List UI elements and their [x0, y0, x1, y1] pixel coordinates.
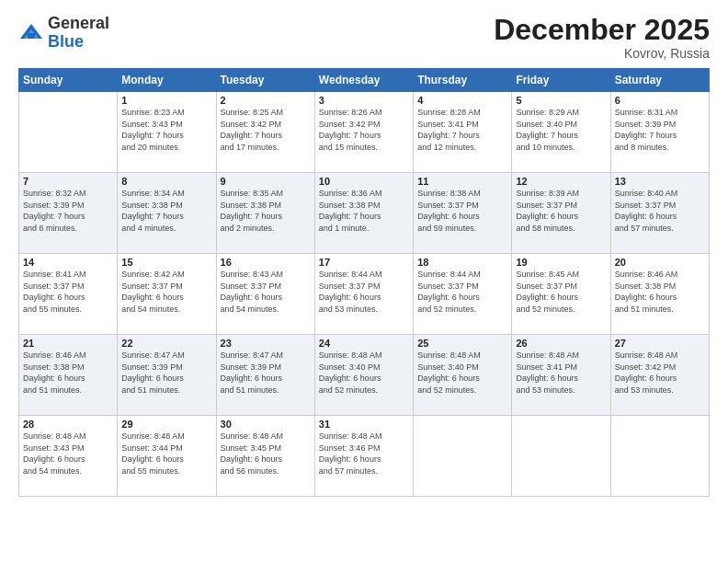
calendar-cell: 16Sunrise: 8:43 AMSunset: 3:37 PMDayligh…	[216, 254, 314, 335]
day-number: 5	[516, 95, 606, 106]
day-info: Sunrise: 8:43 AMSunset: 3:37 PMDaylight:…	[221, 269, 311, 315]
calendar-cell: 28Sunrise: 8:48 AMSunset: 3:43 PMDayligh…	[19, 416, 118, 497]
calendar-cell: 22Sunrise: 8:47 AMSunset: 3:39 PMDayligh…	[118, 335, 216, 416]
svg-rect-3	[28, 33, 35, 39]
day-number: 19	[516, 257, 606, 268]
day-info: Sunrise: 8:29 AMSunset: 3:40 PMDaylight:…	[516, 107, 606, 153]
header-wednesday: Wednesday	[314, 69, 413, 92]
day-number: 20	[615, 257, 705, 268]
calendar-cell: 12Sunrise: 8:39 AMSunset: 3:37 PMDayligh…	[512, 173, 610, 254]
day-info: Sunrise: 8:31 AMSunset: 3:39 PMDaylight:…	[615, 107, 705, 153]
calendar-cell: 26Sunrise: 8:48 AMSunset: 3:41 PMDayligh…	[512, 335, 610, 416]
day-number: 16	[221, 257, 311, 268]
day-number: 29	[121, 419, 211, 430]
header-monday: Monday	[118, 69, 216, 92]
day-info: Sunrise: 8:41 AMSunset: 3:37 PMDaylight:…	[23, 269, 113, 315]
day-info: Sunrise: 8:26 AMSunset: 3:42 PMDaylight:…	[319, 107, 409, 153]
day-info: Sunrise: 8:34 AMSunset: 3:38 PMDaylight:…	[121, 188, 211, 234]
day-info: Sunrise: 8:40 AMSunset: 3:37 PMDaylight:…	[615, 188, 705, 234]
logo: General Blue	[18, 15, 109, 52]
calendar-week-row: 21Sunrise: 8:46 AMSunset: 3:38 PMDayligh…	[19, 335, 710, 416]
day-number: 11	[417, 176, 507, 187]
calendar-cell: 30Sunrise: 8:48 AMSunset: 3:45 PMDayligh…	[216, 416, 314, 497]
day-number: 14	[23, 257, 113, 268]
calendar: Sunday Monday Tuesday Wednesday Thursday…	[18, 68, 710, 497]
calendar-cell: 19Sunrise: 8:45 AMSunset: 3:37 PMDayligh…	[512, 254, 610, 335]
header-sunday: Sunday	[19, 69, 118, 92]
day-number: 23	[221, 338, 311, 349]
calendar-cell	[512, 416, 610, 497]
calendar-cell: 21Sunrise: 8:46 AMSunset: 3:38 PMDayligh…	[19, 335, 118, 416]
day-number: 2	[221, 95, 311, 106]
logo-icon	[18, 20, 44, 46]
calendar-cell: 9Sunrise: 8:35 AMSunset: 3:38 PMDaylight…	[216, 173, 314, 254]
calendar-week-row: 7Sunrise: 8:32 AMSunset: 3:39 PMDaylight…	[19, 173, 710, 254]
calendar-cell: 4Sunrise: 8:28 AMSunset: 3:41 PMDaylight…	[414, 92, 512, 173]
header-thursday: Thursday	[414, 69, 512, 92]
day-info: Sunrise: 8:44 AMSunset: 3:37 PMDaylight:…	[319, 269, 409, 315]
day-info: Sunrise: 8:36 AMSunset: 3:38 PMDaylight:…	[319, 188, 409, 234]
day-info: Sunrise: 8:48 AMSunset: 3:40 PMDaylight:…	[417, 350, 507, 396]
day-info: Sunrise: 8:48 AMSunset: 3:46 PMDaylight:…	[319, 431, 409, 477]
day-info: Sunrise: 8:42 AMSunset: 3:37 PMDaylight:…	[121, 269, 211, 315]
calendar-cell: 2Sunrise: 8:25 AMSunset: 3:42 PMDaylight…	[216, 92, 314, 173]
day-number: 27	[615, 338, 705, 349]
day-info: Sunrise: 8:46 AMSunset: 3:38 PMDaylight:…	[23, 350, 113, 396]
day-number: 7	[23, 176, 113, 187]
header-tuesday: Tuesday	[216, 69, 314, 92]
calendar-cell: 24Sunrise: 8:48 AMSunset: 3:40 PMDayligh…	[314, 335, 413, 416]
calendar-cell: 25Sunrise: 8:48 AMSunset: 3:40 PMDayligh…	[414, 335, 512, 416]
calendar-cell: 13Sunrise: 8:40 AMSunset: 3:37 PMDayligh…	[610, 173, 709, 254]
day-number: 28	[23, 419, 113, 430]
day-info: Sunrise: 8:23 AMSunset: 3:43 PMDaylight:…	[121, 107, 211, 153]
day-info: Sunrise: 8:48 AMSunset: 3:44 PMDaylight:…	[121, 431, 211, 477]
calendar-week-row: 1Sunrise: 8:23 AMSunset: 3:43 PMDaylight…	[19, 92, 710, 173]
day-number: 12	[516, 176, 606, 187]
calendar-cell: 23Sunrise: 8:47 AMSunset: 3:39 PMDayligh…	[216, 335, 314, 416]
day-info: Sunrise: 8:48 AMSunset: 3:40 PMDaylight:…	[319, 350, 409, 396]
day-info: Sunrise: 8:38 AMSunset: 3:37 PMDaylight:…	[417, 188, 507, 234]
logo-blue-text: Blue	[48, 33, 109, 52]
calendar-cell: 29Sunrise: 8:48 AMSunset: 3:44 PMDayligh…	[118, 416, 216, 497]
day-number: 22	[121, 338, 211, 349]
day-info: Sunrise: 8:48 AMSunset: 3:43 PMDaylight:…	[23, 431, 113, 477]
day-info: Sunrise: 8:46 AMSunset: 3:38 PMDaylight:…	[615, 269, 705, 315]
calendar-week-row: 14Sunrise: 8:41 AMSunset: 3:37 PMDayligh…	[19, 254, 710, 335]
calendar-cell: 5Sunrise: 8:29 AMSunset: 3:40 PMDaylight…	[512, 92, 610, 173]
day-number: 9	[221, 176, 311, 187]
day-info: Sunrise: 8:45 AMSunset: 3:37 PMDaylight:…	[516, 269, 606, 315]
day-number: 3	[319, 95, 409, 106]
day-info: Sunrise: 8:47 AMSunset: 3:39 PMDaylight:…	[121, 350, 211, 396]
calendar-cell: 15Sunrise: 8:42 AMSunset: 3:37 PMDayligh…	[118, 254, 216, 335]
day-info: Sunrise: 8:48 AMSunset: 3:42 PMDaylight:…	[615, 350, 705, 396]
day-number: 21	[23, 338, 113, 349]
day-number: 17	[319, 257, 409, 268]
day-number: 30	[221, 419, 311, 430]
day-number: 8	[121, 176, 211, 187]
calendar-cell: 18Sunrise: 8:44 AMSunset: 3:37 PMDayligh…	[414, 254, 512, 335]
calendar-cell: 27Sunrise: 8:48 AMSunset: 3:42 PMDayligh…	[610, 335, 709, 416]
calendar-cell: 11Sunrise: 8:38 AMSunset: 3:37 PMDayligh…	[414, 173, 512, 254]
calendar-cell: 10Sunrise: 8:36 AMSunset: 3:38 PMDayligh…	[314, 173, 413, 254]
calendar-cell: 3Sunrise: 8:26 AMSunset: 3:42 PMDaylight…	[314, 92, 413, 173]
calendar-cell: 8Sunrise: 8:34 AMSunset: 3:38 PMDaylight…	[118, 173, 216, 254]
day-info: Sunrise: 8:48 AMSunset: 3:45 PMDaylight:…	[221, 431, 311, 477]
day-number: 15	[121, 257, 211, 268]
month-title: December 2025	[494, 15, 710, 44]
calendar-cell: 14Sunrise: 8:41 AMSunset: 3:37 PMDayligh…	[19, 254, 118, 335]
day-info: Sunrise: 8:25 AMSunset: 3:42 PMDaylight:…	[221, 107, 311, 153]
day-info: Sunrise: 8:35 AMSunset: 3:38 PMDaylight:…	[221, 188, 311, 234]
calendar-cell: 7Sunrise: 8:32 AMSunset: 3:39 PMDaylight…	[19, 173, 118, 254]
day-info: Sunrise: 8:48 AMSunset: 3:41 PMDaylight:…	[516, 350, 606, 396]
day-info: Sunrise: 8:47 AMSunset: 3:39 PMDaylight:…	[221, 350, 311, 396]
day-number: 4	[417, 95, 507, 106]
day-number: 25	[417, 338, 507, 349]
calendar-cell	[610, 416, 709, 497]
day-number: 1	[121, 95, 211, 106]
location: Kovrov, Russia	[494, 46, 710, 61]
calendar-cell: 31Sunrise: 8:48 AMSunset: 3:46 PMDayligh…	[314, 416, 413, 497]
day-number: 18	[417, 257, 507, 268]
day-info: Sunrise: 8:32 AMSunset: 3:39 PMDaylight:…	[23, 188, 113, 234]
day-info: Sunrise: 8:44 AMSunset: 3:37 PMDaylight:…	[417, 269, 507, 315]
day-info: Sunrise: 8:39 AMSunset: 3:37 PMDaylight:…	[516, 188, 606, 234]
